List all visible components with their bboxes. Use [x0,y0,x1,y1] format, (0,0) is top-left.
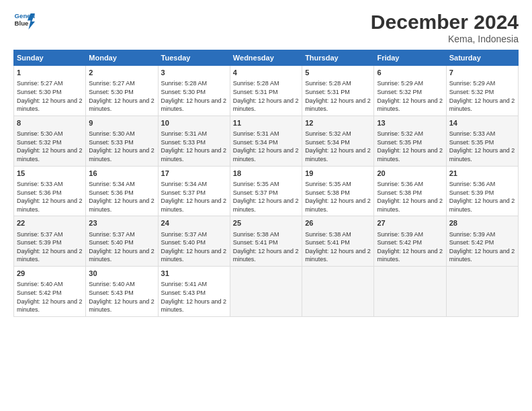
table-row: 28Sunrise: 5:39 AMSunset: 5:42 PMDayligh… [446,216,518,267]
table-row: 11Sunrise: 5:31 AMSunset: 5:34 PMDayligh… [230,116,302,166]
table-row: 20Sunrise: 5:36 AMSunset: 5:38 PMDayligh… [374,166,446,216]
title-block: December 2024 Kema, Indonesia [371,11,519,44]
day-number: 13 [377,118,443,128]
day-number: 17 [161,169,227,179]
day-number: 9 [89,118,154,128]
sunrise-label: Sunrise: 5:38 AM [305,231,351,238]
table-row [446,267,518,317]
sunrise-label: Sunrise: 5:40 AM [89,281,135,287]
daylight-label: Daylight: 12 hours and 2 minutes. [233,147,299,163]
table-row: 26Sunrise: 5:38 AMSunset: 5:41 PMDayligh… [302,216,374,267]
sunset-label: Sunset: 5:32 PM [17,139,62,146]
daylight-label: Daylight: 12 hours and 2 minutes. [161,197,227,213]
daylight-label: Daylight: 12 hours and 2 minutes. [233,197,299,213]
daylight-label: Daylight: 12 hours and 2 minutes. [305,248,371,263]
daylight-label: Daylight: 12 hours and 2 minutes. [449,197,515,213]
table-row: 19Sunrise: 5:35 AMSunset: 5:38 PMDayligh… [302,166,374,216]
calendar-row: 29Sunrise: 5:40 AMSunset: 5:42 PMDayligh… [14,267,519,317]
sunrise-label: Sunrise: 5:27 AM [89,80,135,87]
sunset-label: Sunset: 5:33 PM [161,139,206,146]
sunrise-label: Sunrise: 5:29 AM [377,80,423,87]
day-number: 8 [17,118,83,128]
col-friday: Friday [374,50,446,66]
calendar-row: 1Sunrise: 5:27 AMSunset: 5:30 PMDaylight… [14,66,519,116]
sunrise-label: Sunrise: 5:36 AM [377,181,423,187]
sunrise-label: Sunrise: 5:37 AM [89,231,135,238]
daylight-label: Daylight: 12 hours and 2 minutes. [17,298,83,314]
table-row: 9Sunrise: 5:30 AMSunset: 5:33 PMDaylight… [86,116,158,166]
table-row: 23Sunrise: 5:37 AMSunset: 5:40 PMDayligh… [86,216,158,267]
day-number: 11 [233,118,299,128]
sunset-label: Sunset: 5:42 PM [17,289,62,296]
calendar-row: 8Sunrise: 5:30 AMSunset: 5:32 PMDaylight… [14,116,519,166]
sunrise-label: Sunrise: 5:35 AM [305,181,351,187]
daylight-label: Daylight: 12 hours and 2 minutes. [89,97,154,113]
sunrise-label: Sunrise: 5:27 AM [17,80,63,87]
sunset-label: Sunset: 5:42 PM [449,239,494,246]
col-wednesday: Wednesday [230,50,302,66]
sunrise-label: Sunrise: 5:31 AM [161,130,208,137]
table-row: 8Sunrise: 5:30 AMSunset: 5:32 PMDaylight… [14,116,86,166]
sunset-label: Sunset: 5:37 PM [161,189,206,196]
table-row: 4Sunrise: 5:28 AMSunset: 5:31 PMDaylight… [230,66,302,116]
sunset-label: Sunset: 5:38 PM [305,189,350,196]
table-row: 21Sunrise: 5:36 AMSunset: 5:39 PMDayligh… [446,166,518,216]
sunset-label: Sunset: 5:38 PM [377,189,422,196]
sunrise-label: Sunrise: 5:28 AM [305,80,351,87]
daylight-label: Daylight: 12 hours and 2 minutes. [449,147,515,163]
table-row: 2Sunrise: 5:27 AMSunset: 5:30 PMDaylight… [86,66,158,116]
sunset-label: Sunset: 5:36 PM [17,189,62,196]
col-tuesday: Tuesday [158,50,230,66]
table-row: 22Sunrise: 5:37 AMSunset: 5:39 PMDayligh… [14,216,86,267]
daylight-label: Daylight: 12 hours and 2 minutes. [17,97,83,113]
daylight-label: Daylight: 12 hours and 2 minutes. [161,298,227,314]
sunset-label: Sunset: 5:35 PM [377,139,422,146]
day-number: 14 [449,118,515,128]
table-row: 27Sunrise: 5:39 AMSunset: 5:42 PMDayligh… [374,216,446,267]
day-number: 12 [305,118,371,128]
table-row: 16Sunrise: 5:34 AMSunset: 5:36 PMDayligh… [86,166,158,216]
sunrise-label: Sunrise: 5:32 AM [377,130,423,137]
table-row: 7Sunrise: 5:29 AMSunset: 5:32 PMDaylight… [446,66,518,116]
daylight-label: Daylight: 12 hours and 2 minutes. [17,197,83,213]
sunset-label: Sunset: 5:39 PM [17,239,62,246]
table-row: 31Sunrise: 5:41 AMSunset: 5:43 PMDayligh… [158,267,230,317]
sunset-label: Sunset: 5:30 PM [89,89,134,95]
table-row: 3Sunrise: 5:28 AMSunset: 5:30 PMDaylight… [158,66,230,116]
table-row: 6Sunrise: 5:29 AMSunset: 5:32 PMDaylight… [374,66,446,116]
sunset-label: Sunset: 5:31 PM [233,89,278,95]
calendar-row: 22Sunrise: 5:37 AMSunset: 5:39 PMDayligh… [14,216,519,267]
daylight-label: Daylight: 12 hours and 2 minutes. [377,147,443,163]
day-number: 21 [449,169,515,179]
table-row: 30Sunrise: 5:40 AMSunset: 5:43 PMDayligh… [86,267,158,317]
sunset-label: Sunset: 5:41 PM [305,239,350,246]
table-row: 15Sunrise: 5:33 AMSunset: 5:36 PMDayligh… [14,166,86,216]
daylight-label: Daylight: 12 hours and 2 minutes. [17,248,83,263]
logo: General Blue [13,11,35,30]
table-row: 29Sunrise: 5:40 AMSunset: 5:42 PMDayligh… [14,267,86,317]
day-number: 6 [377,68,443,78]
daylight-label: Daylight: 12 hours and 2 minutes. [161,147,227,163]
sunset-label: Sunset: 5:39 PM [449,189,494,196]
sunrise-label: Sunrise: 5:40 AM [17,281,63,287]
table-row: 12Sunrise: 5:32 AMSunset: 5:34 PMDayligh… [302,116,374,166]
sunset-label: Sunset: 5:40 PM [161,239,206,246]
table-row: 10Sunrise: 5:31 AMSunset: 5:33 PMDayligh… [158,116,230,166]
daylight-label: Daylight: 12 hours and 2 minutes. [233,248,299,263]
col-sunday: Sunday [14,50,86,66]
day-number: 18 [233,169,299,179]
daylight-label: Daylight: 12 hours and 2 minutes. [449,97,515,113]
sunrise-label: Sunrise: 5:37 AM [17,231,63,238]
sunset-label: Sunset: 5:32 PM [449,89,494,95]
daylight-label: Daylight: 12 hours and 2 minutes. [305,147,371,163]
daylight-label: Daylight: 12 hours and 2 minutes. [89,298,154,314]
table-row [374,267,446,317]
day-number: 30 [89,269,154,279]
subtitle: Kema, Indonesia [371,34,519,44]
day-number: 7 [449,68,515,78]
header-row: Sunday Monday Tuesday Wednesday Thursday… [14,50,519,66]
table-row: 14Sunrise: 5:33 AMSunset: 5:35 PMDayligh… [446,116,518,166]
day-number: 3 [161,68,227,78]
sunrise-label: Sunrise: 5:31 AM [233,130,279,137]
sunrise-label: Sunrise: 5:39 AM [377,231,423,238]
